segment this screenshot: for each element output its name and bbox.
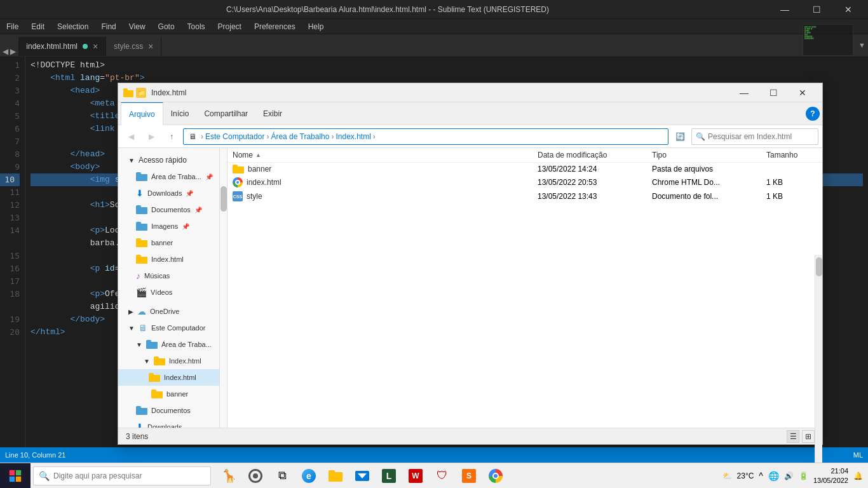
taskbar-sublime[interactable]: S (456, 463, 482, 489)
file-name-text2: index.html (247, 178, 281, 187)
minimize-button[interactable]: — (770, 0, 799, 19)
path-folder[interactable]: Index.html (336, 132, 370, 141)
taskbar-edge[interactable]: e (296, 463, 322, 489)
nav-comp-desktop[interactable]: ▼ Área de Traba... (118, 336, 219, 353)
expand-tray-icon[interactable]: ^ (759, 471, 763, 481)
menu-edit[interactable]: Edit (25, 19, 51, 34)
nav-comp-banner[interactable]: banner (118, 386, 219, 402)
files-scrollbar[interactable] (815, 255, 822, 428)
taskbar: 🔍 🦒 ⧉ e L (0, 463, 868, 488)
address-bar[interactable]: 🖥 › Este Computador › Área de Trabalho ›… (183, 128, 668, 145)
explorer-close[interactable]: ✕ (788, 83, 817, 102)
explorer-nav: ▼ Acesso rápido Área de Traba... 📌 ⬇ Dow… (118, 148, 220, 428)
menu-preferences[interactable]: Preferences (248, 19, 302, 34)
taskbar-search[interactable]: 🔍 (33, 466, 211, 485)
col-nome[interactable]: Nome ▲ (233, 151, 538, 159)
tab-close-icon[interactable]: × (148, 41, 153, 51)
taskbar-chrome[interactable] (483, 463, 508, 489)
tab-style-css[interactable]: style.css × (106, 37, 161, 56)
nav-quick-access-header[interactable]: ▼ Acesso rápido (118, 152, 219, 168)
view-details-button[interactable]: ☰ (787, 430, 799, 443)
taskbar-word[interactable]: W (403, 463, 428, 489)
menu-view[interactable]: View (123, 19, 152, 34)
path-desktop[interactable]: Área de Trabalho (271, 132, 329, 141)
tab-nav-left[interactable]: ◀ ▶ (0, 47, 18, 56)
menu-file[interactable]: File (0, 19, 25, 34)
tab-index-html[interactable]: index.html.html × (18, 37, 106, 56)
ribbon-tab-inicio[interactable]: Início (163, 102, 197, 125)
path-computer[interactable]: Este Computador (205, 132, 264, 141)
taskbar-time[interactable]: 21:04 13/05/2022 (813, 466, 848, 485)
tab-list-button[interactable]: ▼ (856, 41, 868, 49)
nav-up[interactable]: ↑ (163, 128, 180, 145)
taskbar-search-input[interactable] (53, 471, 205, 480)
taskbar-taskview[interactable]: ⧉ (269, 463, 295, 489)
nav-desktop[interactable]: Área de Traba... 📌 (118, 168, 219, 185)
col-type[interactable]: Tipo (652, 151, 766, 159)
taskbar-explorer[interactable] (323, 463, 348, 489)
file-name-text: banner (248, 165, 271, 173)
taskbar-shield[interactable]: 🛡 (430, 463, 455, 489)
menu-project[interactable]: Project (212, 19, 248, 34)
notification-icon[interactable]: 🔔 (853, 471, 863, 480)
col-size[interactable]: Tamanho (766, 151, 817, 159)
nav-documents[interactable]: Documentos 📌 (118, 201, 219, 218)
start-button[interactable] (0, 463, 31, 489)
search-input[interactable] (708, 132, 814, 141)
close-button[interactable]: ✕ (834, 0, 863, 19)
network-icon[interactable]: 🌐 (768, 471, 779, 481)
nav-computer-header[interactable]: ▼ 🖥 Este Computador (118, 320, 219, 336)
taskbar-search-icon: 🔍 (39, 471, 50, 481)
ribbon-tab-compartilhar[interactable]: Compartilhar (196, 102, 255, 125)
explorer-minimize[interactable]: — (729, 83, 759, 102)
files-scrollbar-thumb[interactable] (816, 257, 822, 276)
nav-comp-docs[interactable]: Documentos (118, 402, 219, 419)
css-icon: CSS (233, 191, 243, 201)
explorer-maximize[interactable]: ☐ (759, 83, 788, 102)
help-button[interactable]: ? (806, 107, 820, 121)
menu-selection[interactable]: Selection (51, 19, 95, 34)
expand-icon2: ▶ (128, 308, 133, 315)
nav-banner[interactable]: banner (118, 234, 219, 251)
file-row-index[interactable]: index.html 13/05/2022 20:53 Chrome HTML … (227, 175, 822, 189)
nav-forward[interactable]: ▶ (142, 128, 160, 145)
weather-icon: ⛅ (722, 471, 732, 480)
nav-videos-label: Vídeos (151, 288, 172, 296)
ribbon-tab-arquivo[interactable]: Arquivo (121, 102, 163, 125)
nav-downloads[interactable]: ⬇ Downloads 📌 (118, 185, 219, 201)
col-date[interactable]: Data de modificação (538, 151, 652, 159)
nav-musicas[interactable]: ♪ Músicas (118, 268, 219, 284)
menu-help[interactable]: Help (302, 19, 330, 34)
nav-images[interactable]: Imagens 📌 (118, 218, 219, 234)
code-line-1: <!DOCTYPE html> (31, 59, 863, 72)
nav-comp-downloads[interactable]: ⬇ Downloads (118, 419, 219, 428)
battery-icon[interactable]: 🔋 (799, 471, 808, 480)
refresh-button[interactable]: 🔄 (671, 128, 689, 145)
taskbar-mail[interactable] (349, 463, 375, 489)
volume-icon[interactable]: 🔊 (784, 471, 794, 480)
menu-goto[interactable]: Goto (152, 19, 181, 34)
nav-onedrive-header[interactable]: ▶ ☁ OneDrive (118, 303, 219, 320)
view-icons-button[interactable]: ⊞ (802, 430, 815, 443)
menu-tools[interactable]: Tools (181, 19, 212, 34)
explorer-ribbon: Arquivo Início Compartilhar Exibir ? (118, 102, 822, 125)
nav-scrollbar[interactable] (220, 148, 227, 428)
file-type-banner: Pasta de arquivos (652, 165, 766, 173)
maximize-button[interactable]: ☐ (802, 0, 831, 19)
nav-indexhtml[interactable]: Index.html (118, 251, 219, 268)
taskbar-giraffe[interactable]: 🦒 (216, 463, 241, 489)
col-type-label: Tipo (652, 151, 667, 159)
file-row-banner[interactable]: banner 13/05/2022 14:24 Pasta de arquivo… (227, 163, 822, 175)
file-row-style[interactable]: CSS style 13/05/2022 13:43 Documento de … (227, 189, 822, 203)
taskbar-l[interactable]: L (376, 463, 402, 489)
nav-comp-index[interactable]: ▼ Index.html (118, 353, 219, 369)
nav-back[interactable]: ◀ (122, 128, 140, 145)
taskbar-cortana[interactable] (243, 463, 268, 489)
nav-scrollbar-thumb[interactable] (220, 186, 227, 212)
menu-find[interactable]: Find (95, 19, 122, 34)
nav-videos[interactable]: 🎬 Vídeos (118, 284, 219, 301)
files-list: banner 13/05/2022 14:24 Pasta de arquivo… (227, 163, 822, 428)
tab-close-icon[interactable]: × (93, 41, 98, 51)
nav-comp-index-selected[interactable]: Index.html (118, 369, 219, 386)
ribbon-tab-exibir[interactable]: Exibir (255, 102, 290, 125)
